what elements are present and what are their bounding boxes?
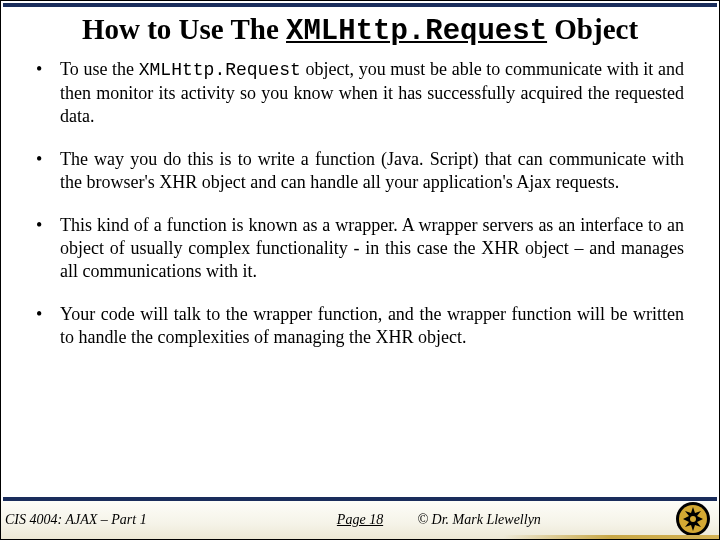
bullet-marker: •: [36, 303, 60, 349]
bullet-marker: •: [36, 214, 60, 283]
footer-course: CIS 4004: AJAX – Part 1: [5, 512, 235, 528]
content-area: •To use the XMLHttp.Request object, you …: [1, 58, 719, 497]
slide-title: How to Use The XMLHttp.Request Object: [1, 7, 719, 58]
bullet-item: •Your code will talk to the wrapper func…: [36, 303, 684, 349]
slide: How to Use The XMLHttp.Request Object •T…: [0, 0, 720, 540]
bullet-text: To use the XMLHttp.Request object, you m…: [60, 58, 684, 128]
bullet-marker: •: [36, 58, 60, 128]
footer: CIS 4004: AJAX – Part 1 Page 18 © Dr. Ma…: [1, 501, 719, 539]
bullet-text: Your code will talk to the wrapper funct…: [60, 303, 684, 349]
footer-page: Page 18: [337, 512, 383, 528]
title-prefix: How to Use The: [82, 13, 286, 45]
title-mono: XMLHttp.Request: [286, 15, 547, 48]
bullet-item: •This kind of a function is known as a w…: [36, 214, 684, 283]
bullet-text: This kind of a function is known as a wr…: [60, 214, 684, 283]
bullet-item: •To use the XMLHttp.Request object, you …: [36, 58, 684, 128]
bullet-marker: •: [36, 148, 60, 194]
bullet-item: •The way you do this is to write a funct…: [36, 148, 684, 194]
footer-copyright: © Dr. Mark Llewellyn: [417, 512, 540, 528]
bullet-text: The way you do this is to write a functi…: [60, 148, 684, 194]
footer-wrap: CIS 4004: AJAX – Part 1 Page 18 © Dr. Ma…: [1, 497, 719, 539]
gold-accent: [1, 535, 719, 539]
svg-point-2: [690, 516, 696, 522]
title-suffix: Object: [547, 13, 638, 45]
ucf-logo-icon: [675, 501, 711, 537]
